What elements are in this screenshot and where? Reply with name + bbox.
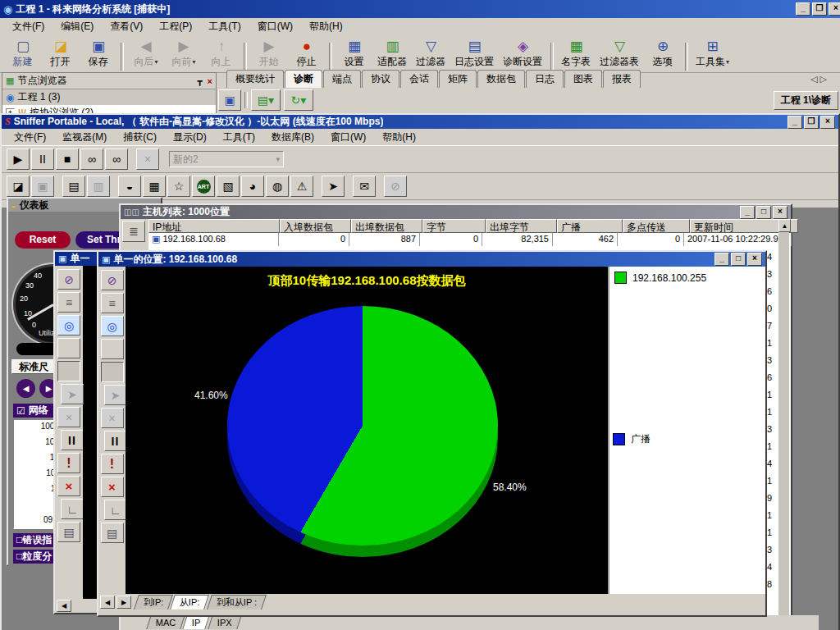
view-tool-button[interactable]: ∟ [104,500,127,520]
close-button[interactable]: × [747,253,762,266]
analysis-tab[interactable]: 协议 [362,70,399,88]
menu-item[interactable]: 窗口(W) [250,18,300,35]
gauge-prev-button[interactable]: ◀ [16,379,35,398]
close-panel-icon[interactable]: × [208,76,212,86]
capture-control-button[interactable]: × [136,148,159,170]
toolbar-button[interactable] [121,43,124,71]
legend-item-blue[interactable]: 广播 [613,432,651,446]
toolbar-button[interactable]: ↑ 向上 [203,37,240,71]
analysis-tab[interactable]: 矩阵 [439,70,477,88]
scroll-left-button[interactable]: ◀ [100,596,115,609]
capture-control-button[interactable]: II [31,148,54,170]
analysis-tab[interactable]: 端点 [323,70,361,88]
minimize-button[interactable]: _ [714,253,729,266]
sniffer-tool-button[interactable]: ➤ [322,176,345,197]
view-tool-button[interactable]: ≡ [57,292,80,313]
tab-scroll-arrows[interactable]: ◁ ▷ [810,74,827,84]
analysis-tab[interactable]: 图表 [564,70,602,88]
minimize-button[interactable]: _ [796,2,810,16]
view-tool-button[interactable]: ▤ [57,522,80,542]
view-tool-button[interactable] [101,362,124,382]
view-tool-button[interactable]: ∟ [61,499,84,519]
host-view-button[interactable]: ≣ [122,221,145,242]
legend-item-green[interactable]: 192.168.100.255 [614,272,706,284]
menu-item[interactable]: 帮助(H) [302,18,350,35]
menu-item[interactable]: 显示(D) [166,129,214,146]
view-tool-button[interactable]: ≡ [101,293,124,313]
sniffer-tool-button[interactable]: ▣ [31,176,54,197]
colasoft-titlebar[interactable]: ◉ 工程 1 - 科来网络分析系统 [捕获中] _ ❐ × [0,0,840,18]
toolbar-button[interactable]: ◪ 打开 [43,37,79,71]
sniffer-tool-button[interactable]: ☆ [167,176,190,197]
menu-item[interactable]: 工具(T) [216,129,262,146]
menu-item[interactable]: 捕获(C) [116,129,164,146]
minimize-button[interactable]: _ [740,206,755,219]
scroll-right-button[interactable]: ▶ [116,596,131,609]
view-tool-button[interactable]: ⊘ [57,269,80,290]
host-list-titlebar[interactable]: ◫◫ 主机列表: 1000位置 _ □ × [121,205,791,219]
menu-item[interactable]: 工具(T) [201,18,248,35]
capture-control-button[interactable]: ∞ [80,148,103,170]
display-filter-button[interactable]: ▤▾ [251,89,281,111]
menu-item[interactable]: 数据库(B) [264,129,322,146]
minimize-button[interactable]: _ [788,116,802,129]
toolbar-button[interactable] [685,43,688,71]
toolbar-button[interactable]: ◀ 向后▾ [128,37,164,71]
view-tool-button[interactable]: × [57,407,80,427]
view-tool-button[interactable] [57,338,80,358]
menu-item[interactable]: 编辑(E) [53,18,101,35]
toolbar-button[interactable]: ▽ 过滤器 [413,37,450,71]
reset-button[interactable]: Reset [15,231,71,249]
menu-item[interactable]: 窗口(W) [323,129,373,146]
col-header[interactable]: 广播 [557,219,623,233]
refresh-button[interactable]: ↻▾ [284,89,313,111]
view-tool-button[interactable]: × [57,476,80,496]
scroll-up-button[interactable]: ▲ [778,219,791,232]
toolbar-button[interactable]: ▦ 设置 [336,37,372,71]
toolbar-button[interactable]: ⊕ 选项 [645,37,681,71]
host-vscrollbar[interactable]: ▲ [778,219,789,630]
sniffer-tool-button[interactable]: ⚠ [290,176,313,197]
sniffer-tool-button[interactable]: ◕ [241,176,264,197]
toolbar-button[interactable]: ● 停止 [289,37,325,71]
view-tool-button[interactable]: ➤ [61,384,84,404]
view-tool-button[interactable]: II [61,430,84,450]
view-tool-button[interactable]: ◎ [101,316,124,336]
menu-item[interactable]: 文件(F) [7,129,53,146]
view-tool-button[interactable]: × [101,408,124,428]
view-tool-button[interactable]: ➤ [104,385,127,405]
view-tool-button[interactable]: ⊘ [101,270,124,290]
direction-tab[interactable]: 到IP: [134,595,173,609]
pie-3d[interactable] [227,306,498,546]
view-tool-button[interactable]: ! [101,454,124,474]
menu-item[interactable]: 文件(F) [5,18,52,35]
col-header[interactable]: 出埠字节 [486,219,557,233]
menu-item[interactable]: 查看(V) [103,18,150,35]
scale-tab-standard[interactable]: 标准尺 [11,359,56,374]
maximize-button[interactable]: □ [731,253,746,266]
sniffer-tool-button[interactable]: ✉ [353,176,376,197]
pin-icon[interactable]: ┳ [198,76,203,86]
analysis-tab[interactable]: 数据包 [477,70,525,88]
view-tool-button[interactable]: ▤ [101,523,124,543]
sniffer-tool-button[interactable]: ◒ [118,176,141,197]
analysis-tab[interactable]: 日志 [526,70,564,88]
save-view-button[interactable]: ▣ [218,89,241,111]
toolbar-button[interactable]: ▽ 过滤器表 [596,37,643,71]
view-tool-button[interactable] [101,339,124,359]
analysis-tab[interactable]: 概要统计 [226,70,284,88]
capture-control-button[interactable]: ∞ [105,148,128,170]
toolbar-button[interactable]: ▶ 向前▾ [166,37,202,71]
capture-profile-combo[interactable]: 新的2▾ [169,151,284,167]
toolbar-button[interactable]: ▣ 保存 [80,37,116,71]
view-tool-button[interactable]: ! [57,453,80,473]
sniffer-tool-button[interactable]: ▦ [143,176,166,197]
menu-item[interactable]: 监视器(M) [55,129,114,146]
sniffer-tool-button[interactable]: ◍ [266,176,289,197]
sniffer-titlebar[interactable]: S Sniffer Portable - Local, （ 软件由-高显嵩-修改… [2,115,838,129]
close-button[interactable]: × [773,206,788,219]
sniffer-tool-button[interactable]: ◪ [7,176,30,197]
capture-control-button[interactable]: ▶ [7,148,30,170]
protocol-tab[interactable]: IPX [208,615,241,629]
restore-button[interactable]: ❐ [812,2,827,16]
